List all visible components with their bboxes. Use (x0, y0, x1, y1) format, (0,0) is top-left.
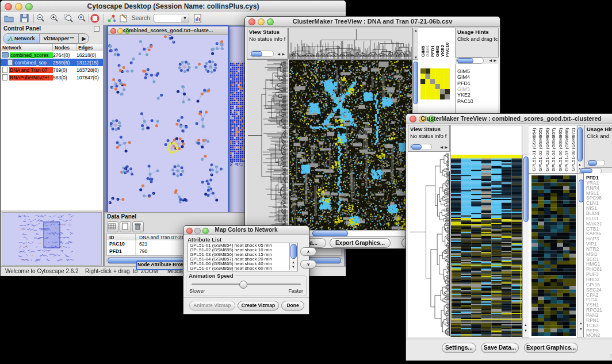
network-name: combined_sco (14, 60, 53, 66)
network-window: combined_scores_good.txt--cluste... (106, 25, 230, 217)
gene-label[interactable]: PAC10 (457, 98, 473, 104)
column-dendrogram[interactable] (288, 28, 413, 59)
scroll-down-icon[interactable]: ▼ (579, 327, 583, 331)
scroll-right-icon[interactable]: ▶ (445, 145, 447, 149)
network-window-titlebar[interactable]: combined_scores_good.txt--cluste... (108, 26, 228, 35)
search-dropdown-button[interactable]: ▼ (181, 14, 189, 22)
column-label: GPL51-03 (GSM856) (545, 125, 550, 171)
gene-label[interactable]: YKE2 (457, 92, 471, 98)
row-dendrogram[interactable] (408, 152, 450, 337)
scroll-left-icon[interactable]: ◀ (440, 145, 443, 149)
usage-hints-panel: Usage Hints Click and drag tc (455, 28, 499, 58)
button-export-graphics-[interactable]: Export Graphics... (524, 343, 578, 353)
scroll-up-icon[interactable]: ▲ (292, 260, 295, 264)
done-button[interactable]: Done (281, 301, 304, 311)
birdseye-overview[interactable] (2, 212, 102, 266)
global-heatmap[interactable] (450, 155, 522, 337)
new-attribute-icon[interactable] (120, 221, 131, 232)
move-down-button[interactable]: ∨ (300, 260, 316, 269)
gene-label[interactable]: MON2 (586, 333, 600, 337)
gene-label[interactable]: GIM4 (457, 74, 470, 80)
scrollbar-thumb[interactable] (577, 127, 583, 162)
scroll-right-icon[interactable]: ▶ (494, 59, 496, 62)
scroll-right-icon[interactable]: ▶ (282, 52, 285, 56)
attribute-table-icon[interactable] (107, 221, 118, 232)
edge-count: 16218(0) (76, 52, 103, 58)
scrollbar-thumb[interactable] (290, 244, 297, 259)
tab-vizmapper[interactable]: VizMapper™ (40, 34, 79, 43)
attribute-listbox[interactable]: GPL51-01 (GSM854) heat shock 05 minGPL51… (188, 243, 298, 271)
treeview1-titlebar[interactable]: ClusterMaker TreeView : DNA and Tran 07-… (245, 17, 500, 27)
zoom-in-icon[interactable] (49, 13, 60, 24)
button-export-graphics-[interactable]: Export Graphics... (330, 238, 391, 248)
network-name: combined_scores (10, 52, 53, 58)
main-titlebar[interactable]: Cytoscape Desktop (Session Name: collins… (1, 1, 346, 13)
delete-attribute-icon[interactable] (132, 221, 144, 232)
save-icon[interactable] (19, 13, 30, 24)
scrollbar-thumb[interactable] (413, 62, 418, 104)
button-save-data-[interactable]: Save Data... (481, 343, 519, 353)
desktop: Cytoscape Desktop (Session Name: collins… (0, 0, 612, 364)
scroll-down-icon[interactable]: ▼ (524, 329, 527, 332)
scroll-left-icon[interactable]: ◀ (489, 59, 492, 62)
control-panel-tabs: Network VizMapper™ ▶ (3, 33, 89, 44)
tab-overflow-arrow[interactable]: ▶ (79, 34, 89, 43)
grid-network-view[interactable] (230, 63, 246, 166)
scroll-left-icon[interactable]: ◀ (277, 52, 280, 56)
zoom-out-icon[interactable] (35, 13, 47, 24)
network-view-canvas[interactable] (108, 35, 224, 214)
label-vscrollbar[interactable]: ▲ ▼ (577, 125, 583, 174)
zoom-selected-icon[interactable] (63, 13, 75, 24)
treeview1-title: ClusterMaker TreeView : DNA and Tran 07-… (245, 18, 500, 25)
help-lifering-icon[interactable] (90, 13, 101, 24)
zoom-heatmap[interactable] (531, 175, 576, 336)
column-label: GPL51-04 (GSM857) (551, 125, 556, 171)
mini-scrollbar[interactable] (250, 51, 274, 57)
global-heatmap[interactable] (289, 59, 412, 231)
speed-slider-thumb[interactable] (239, 281, 247, 289)
faster-label: Faster (288, 288, 303, 294)
create-vizmap-button[interactable]: Create Vizmap (238, 301, 279, 311)
node-count: 2764(0) (53, 52, 76, 58)
gene-label[interactable]: GIM3 (457, 86, 470, 92)
tab-network[interactable]: Network (3, 34, 40, 43)
usage-hints-title: Usage Hints (456, 28, 498, 35)
zoom-heatmap[interactable] (420, 68, 450, 99)
scroll-down-icon[interactable]: ▼ (292, 265, 295, 269)
report-icon[interactable] (192, 13, 204, 24)
scrollbar-thumb[interactable] (523, 156, 529, 222)
network-nodes-icon[interactable] (106, 13, 118, 24)
open-file-icon[interactable] (3, 13, 15, 24)
network-table-row[interactable]: RNAPuberNov2+!563(0)107847(0) (1, 74, 103, 81)
mini-scrollbar[interactable] (456, 58, 484, 64)
float-panel-icon[interactable] (94, 26, 100, 32)
mini-scrollbar[interactable] (410, 144, 432, 150)
gene-label[interactable]: GIM5 (457, 68, 470, 74)
network-table-row[interactable]: combined_scores2764(0)16218(0) (1, 51, 103, 59)
search-input[interactable] (154, 14, 182, 22)
annotation-icon[interactable] (118, 13, 130, 24)
treeview2-titlebar[interactable]: ClusterMaker TreeView : combined_scores_… (406, 114, 612, 124)
network-table-row[interactable]: DNA and Tran 07769(0)183728(0) (1, 66, 103, 74)
list-vscrollbar[interactable]: ▲ ▼ (289, 243, 297, 270)
scroll-up-icon[interactable]: ▲ (579, 321, 583, 325)
button-settings-[interactable]: Settings... (442, 343, 476, 353)
scrollbar-thumb[interactable] (312, 231, 348, 236)
zoom-panel-area (529, 173, 577, 338)
dialog-titlebar[interactable]: Map Colors to Network (183, 226, 309, 235)
scroll-up-icon[interactable]: ▲ (578, 163, 582, 166)
panel-splitter[interactable] (1, 210, 103, 212)
scroll-up-icon[interactable]: ▲ (524, 323, 527, 327)
attribute-list-item[interactable]: GPL51-07 (GSM868) heat shock 60 min (188, 266, 297, 271)
move-up-button[interactable]: ∧ (300, 247, 316, 256)
toolbar-separator (89, 14, 89, 23)
mini-scrollbar[interactable] (587, 160, 605, 166)
resize-grip[interactable] (610, 354, 612, 359)
column-label: GPL51-08 (GSM872) (571, 125, 576, 171)
row-dendrogram[interactable] (247, 59, 288, 230)
zoom-fit-icon[interactable] (76, 13, 88, 24)
animate-vizmap-button[interactable]: Animate Vizmap (189, 301, 235, 311)
network-table-row[interactable]: combined_sco2569(6)13112(15) (1, 59, 103, 66)
edge-count: 107847(0) (76, 75, 103, 81)
gene-label[interactable]: PFD1 (457, 81, 471, 86)
